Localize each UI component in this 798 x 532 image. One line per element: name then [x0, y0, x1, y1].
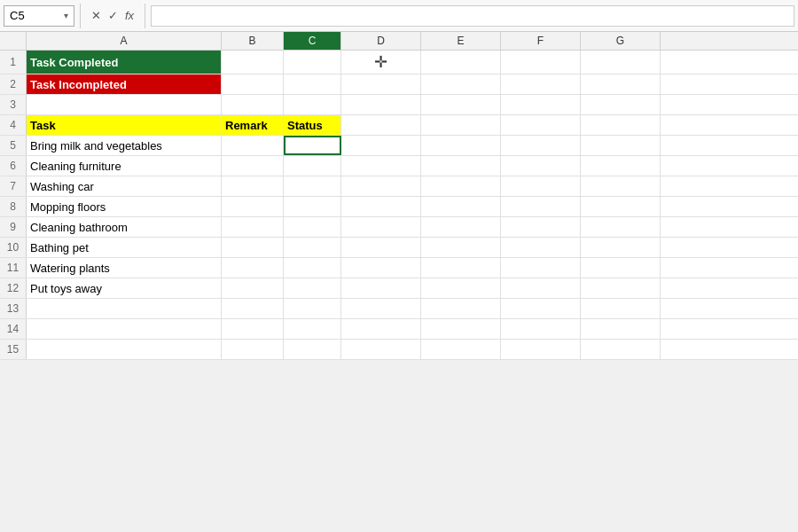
cell-r4-c7[interactable]	[581, 115, 661, 135]
cell-r1-c2[interactable]	[222, 51, 284, 74]
cell-r5-c1[interactable]: Bring milk and vegetables	[27, 136, 222, 155]
cell-r7-c2[interactable]	[222, 176, 284, 196]
cell-r5-c6[interactable]	[501, 136, 581, 155]
cell-r9-c6[interactable]	[501, 217, 581, 237]
cell-r4-c6[interactable]	[501, 115, 581, 135]
cell-r11-c1[interactable]: Watering plants	[27, 258, 222, 278]
cell-r13-c2[interactable]	[222, 299, 284, 318]
cell-r11-c5[interactable]	[421, 258, 501, 278]
cell-r1-c6[interactable]	[501, 51, 581, 74]
cell-r14-c1[interactable]	[27, 319, 222, 339]
cell-r5-c2[interactable]	[222, 136, 284, 155]
cell-r8-c2[interactable]	[222, 197, 284, 216]
cell-r13-c6[interactable]	[501, 299, 581, 318]
col-header-c[interactable]: C	[284, 32, 341, 50]
col-header-a[interactable]: A	[27, 32, 222, 50]
cell-r2-c2[interactable]	[222, 74, 284, 94]
col-header-g[interactable]: G	[581, 32, 661, 50]
cell-r9-c4[interactable]	[341, 217, 421, 237]
cell-r13-c3[interactable]	[284, 299, 341, 318]
cell-r9-c7[interactable]	[581, 217, 661, 237]
cell-r8-c4[interactable]	[341, 197, 421, 216]
cell-r3-c6[interactable]	[501, 95, 581, 114]
cell-r5-c7[interactable]	[581, 136, 661, 155]
cell-r7-c3[interactable]	[284, 176, 341, 196]
cell-r11-c7[interactable]	[581, 258, 661, 278]
cell-r9-c3[interactable]	[284, 217, 341, 237]
cell-r11-c4[interactable]	[341, 258, 421, 278]
cell-r14-c2[interactable]	[222, 319, 284, 339]
cell-r10-c7[interactable]	[581, 238, 661, 257]
cell-r7-c1[interactable]: Washing car	[27, 176, 222, 196]
cell-r10-c5[interactable]	[421, 238, 501, 257]
cell-r6-c1[interactable]: Cleaning furniture	[27, 156, 222, 176]
cell-r8-c1[interactable]: Mopping floors	[27, 197, 222, 216]
cell-r13-c5[interactable]	[421, 299, 501, 318]
cell-r10-c1[interactable]: Bathing pet	[27, 238, 222, 257]
cell-r6-c6[interactable]	[501, 156, 581, 176]
cell-r3-c7[interactable]	[581, 95, 661, 114]
cell-r8-c5[interactable]	[421, 197, 501, 216]
cell-r15-c6[interactable]	[501, 340, 581, 359]
cell-r2-c6[interactable]	[501, 74, 581, 94]
cell-r13-c4[interactable]	[341, 299, 421, 318]
cell-r3-c4[interactable]	[341, 95, 421, 114]
col-header-d[interactable]: D	[341, 32, 421, 50]
cell-r3-c3[interactable]	[284, 95, 341, 114]
cell-r9-c5[interactable]	[421, 217, 501, 237]
cell-r12-c1[interactable]: Put toys away	[27, 278, 222, 298]
cell-r15-c1[interactable]	[27, 340, 222, 359]
cell-r10-c6[interactable]	[501, 238, 581, 257]
col-header-f[interactable]: F	[501, 32, 581, 50]
col-header-e[interactable]: E	[421, 32, 501, 50]
cell-r1-c7[interactable]	[581, 51, 661, 74]
cell-r3-c2[interactable]	[222, 95, 284, 114]
cell-r2-c7[interactable]	[581, 74, 661, 94]
cell-r14-c6[interactable]	[501, 319, 581, 339]
cell-r5-c4[interactable]	[341, 136, 421, 155]
cell-r1-c3[interactable]	[284, 51, 341, 74]
cell-r7-c4[interactable]	[341, 176, 421, 196]
cell-r15-c3[interactable]	[284, 340, 341, 359]
cell-r14-c5[interactable]	[421, 319, 501, 339]
cell-r12-c6[interactable]	[501, 278, 581, 298]
cell-r4-c1[interactable]: Task	[27, 115, 222, 135]
cell-r15-c7[interactable]	[581, 340, 661, 359]
cell-r12-c3[interactable]	[284, 278, 341, 298]
formula-input[interactable]	[151, 5, 794, 27]
cell-r7-c6[interactable]	[501, 176, 581, 196]
cell-r11-c3[interactable]	[284, 258, 341, 278]
cell-r2-c5[interactable]	[421, 74, 501, 94]
cell-r7-c7[interactable]	[581, 176, 661, 196]
cell-r13-c7[interactable]	[581, 299, 661, 318]
cell-r5-c3[interactable]	[284, 136, 341, 155]
cell-r10-c3[interactable]	[284, 238, 341, 257]
cell-r14-c7[interactable]	[581, 319, 661, 339]
cell-r12-c4[interactable]	[341, 278, 421, 298]
cell-r8-c6[interactable]	[501, 197, 581, 216]
cell-r12-c7[interactable]	[581, 278, 661, 298]
cell-r13-c1[interactable]	[27, 299, 222, 318]
cell-r12-c2[interactable]	[222, 278, 284, 298]
cell-r1-c1[interactable]: Task Completed	[27, 51, 222, 74]
cell-r1-c4[interactable]: ✛	[341, 51, 421, 74]
cell-r15-c5[interactable]	[421, 340, 501, 359]
cell-r2-c1[interactable]: Task Incompleted	[27, 74, 222, 94]
cell-r6-c7[interactable]	[581, 156, 661, 176]
function-icon[interactable]: fx	[125, 9, 134, 22]
cell-r11-c2[interactable]	[222, 258, 284, 278]
cell-r5-c5[interactable]	[421, 136, 501, 155]
cell-r11-c6[interactable]	[501, 258, 581, 278]
cell-r12-c5[interactable]	[421, 278, 501, 298]
cell-r9-c1[interactable]: Cleaning bathroom	[27, 217, 222, 237]
cell-r2-c3[interactable]	[284, 74, 341, 94]
cell-r8-c3[interactable]	[284, 197, 341, 216]
cell-reference-box[interactable]: C5 ▾	[4, 5, 74, 27]
cell-r4-c5[interactable]	[421, 115, 501, 135]
cell-r1-c5[interactable]	[421, 51, 501, 74]
cell-r3-c1[interactable]	[27, 95, 222, 114]
cell-r4-c2[interactable]: Remark	[222, 115, 284, 135]
cell-r2-c4[interactable]	[341, 74, 421, 94]
cell-r6-c3[interactable]	[284, 156, 341, 176]
cell-r4-c4[interactable]	[341, 115, 421, 135]
